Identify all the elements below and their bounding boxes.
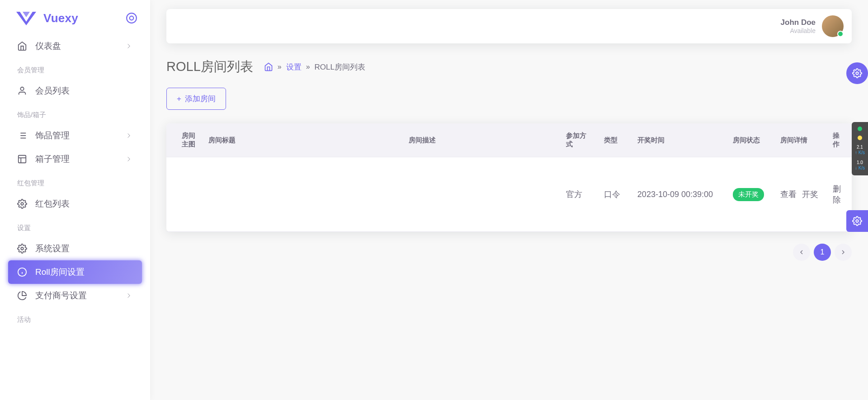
page-number[interactable]: 1	[814, 244, 831, 261]
add-room-button[interactable]: + 添加房间	[166, 88, 226, 110]
page-title: ROLL房间列表	[166, 58, 253, 76]
sidebar-item-label: 饰品管理	[35, 130, 125, 141]
gear-icon	[17, 199, 27, 209]
cell-desc	[402, 157, 560, 232]
breadcrumb-current: ROLL房间列表	[315, 62, 365, 72]
main: John Doe Available ROLL房间列表 » 设置 » ROLL房…	[150, 0, 868, 400]
th-ops: 操作	[826, 123, 852, 157]
topbar: John Doe Available	[166, 9, 852, 43]
customizer-toggle[interactable]	[846, 210, 868, 232]
sidebar-item-box[interactable]: 箱子管理	[8, 147, 142, 171]
sidebar-item-system-settings[interactable]: 系统设置	[8, 237, 142, 260]
user-text: John Doe Available	[781, 18, 816, 34]
sidebar-item-label: 红包列表	[35, 198, 133, 210]
svg-point-0	[127, 13, 137, 23]
th-desc: 房间描述	[402, 123, 560, 157]
sidebar-item-roll-room-settings[interactable]: Roll房间设置	[8, 260, 142, 284]
sidebar-item-label: 仪表盘	[35, 40, 125, 52]
brand[interactable]: Vuexy	[16, 11, 126, 25]
view-action[interactable]: 查看	[780, 189, 797, 200]
speed-down: 1.0↓ K/s	[855, 160, 865, 171]
sidebar-collapse-icon[interactable]	[126, 12, 137, 24]
table-card: 房间主图 房间标题 房间描述 参加方式 类型 开奖时间 房间状态 房间详情 操作	[166, 123, 852, 232]
nav-section-members: 会员管理	[8, 58, 142, 79]
th-join: 参加方式	[560, 123, 598, 157]
settings-fab[interactable]	[846, 62, 868, 84]
svg-point-1	[130, 16, 134, 20]
avatar	[822, 15, 844, 37]
home-icon[interactable]	[264, 62, 273, 71]
table-row: 官方 口令 2023-10-09 00:39:00 未开奖 查看 开奖 删除	[166, 157, 852, 232]
pagination: 1	[166, 244, 852, 261]
chevron-left-icon	[798, 249, 805, 256]
user-block[interactable]: John Doe Available	[781, 15, 844, 37]
th-image: 房间主图	[166, 123, 202, 157]
user-status: Available	[781, 27, 816, 34]
plus-icon: +	[177, 94, 181, 104]
sidebar-header: Vuexy	[0, 0, 150, 34]
sidebar-item-label: Roll房间设置	[35, 266, 133, 278]
cell-title	[202, 157, 402, 232]
speed-up: 2.1↑ K/s	[855, 145, 865, 155]
sidebar-item-member-list[interactable]: 会员列表	[8, 79, 142, 103]
chevron-right-icon	[125, 42, 133, 50]
nav-section-redpacket: 红包管理	[8, 171, 142, 192]
sidebar-item-decoration[interactable]: 饰品管理	[8, 124, 142, 147]
svg-point-17	[856, 72, 859, 75]
th-title: 房间标题	[202, 123, 402, 157]
list-icon	[17, 131, 27, 141]
pie-chart-icon	[17, 291, 27, 301]
sidebar-item-label: 会员列表	[35, 85, 133, 97]
gear-icon	[852, 216, 862, 226]
nav-section-items: 饰品/箱子	[8, 103, 142, 124]
brand-name: Vuexy	[43, 11, 78, 25]
svg-point-12	[21, 202, 24, 205]
user-icon	[17, 86, 27, 96]
user-name: John Doe	[781, 18, 816, 27]
page-prev[interactable]	[793, 244, 810, 261]
info-icon	[17, 267, 27, 277]
nav-section-settings: 设置	[8, 216, 142, 237]
breadcrumb-settings[interactable]: 设置	[286, 62, 302, 72]
status-badge: 未开奖	[733, 188, 764, 201]
svg-rect-9	[19, 155, 26, 163]
delete-action[interactable]: 删除	[833, 184, 841, 204]
status-dot-green-icon	[858, 127, 862, 131]
page-next[interactable]	[835, 244, 852, 261]
network-widget: 2.1↑ K/s 1.0↓ K/s	[852, 122, 868, 175]
layout-icon	[17, 154, 27, 164]
home-icon	[17, 41, 27, 51]
svg-point-13	[21, 247, 24, 250]
sidebar-item-dashboard[interactable]: 仪表盘	[8, 34, 142, 58]
gear-icon	[852, 68, 862, 78]
cell-status: 未开奖	[726, 157, 774, 232]
chevron-right-icon	[125, 292, 133, 300]
th-status: 房间状态	[726, 123, 774, 157]
sidebar-item-label: 系统设置	[35, 243, 133, 254]
th-detail: 房间详情	[774, 123, 826, 157]
page-actions: + 添加房间	[166, 88, 852, 110]
sidebar-item-redpacket-list[interactable]: 红包列表	[8, 192, 142, 216]
sidebar: Vuexy 仪表盘 会员管理 会员列表 饰品/箱子 饰品管理	[0, 0, 150, 400]
draw-action[interactable]: 开奖	[802, 189, 818, 200]
room-table: 房间主图 房间标题 房间描述 参加方式 类型 开奖时间 房间状态 房间详情 操作	[166, 123, 852, 232]
page-head: ROLL房间列表 » 设置 » ROLL房间列表	[166, 58, 852, 76]
chevron-right-icon	[125, 132, 133, 140]
th-time: 开奖时间	[631, 123, 726, 157]
sidebar-item-payment-settings[interactable]: 支付商号设置	[8, 284, 142, 307]
cell-detail: 查看 开奖	[774, 157, 826, 232]
cell-draw-time: 2023-10-09 00:39:00	[631, 157, 726, 232]
svg-point-2	[20, 87, 24, 90]
th-type: 类型	[598, 123, 631, 157]
sidebar-item-label: 箱子管理	[35, 153, 125, 165]
status-dot-icon	[837, 31, 844, 37]
sidebar-item-label: 支付商号设置	[35, 290, 125, 301]
chevron-right-icon	[840, 249, 847, 256]
gear-icon	[17, 244, 27, 254]
nav-section-activity: 活动	[8, 307, 142, 329]
cell-image	[166, 157, 202, 232]
status-dot-yellow-icon	[858, 136, 862, 140]
cell-type: 口令	[598, 157, 631, 232]
sidebar-nav: 仪表盘 会员管理 会员列表 饰品/箱子 饰品管理 箱子管理 红包管理	[0, 34, 150, 329]
brand-logo-icon	[16, 11, 36, 25]
